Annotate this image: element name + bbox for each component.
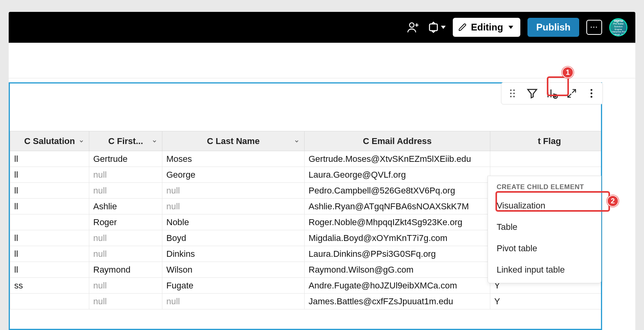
content-area: C SalutationC First...C Last NameC Email…	[9, 78, 635, 330]
avatar[interactable]: sigma Phil Ballai Solution Engine Enterp…	[609, 18, 627, 36]
chevron-down-icon	[79, 136, 84, 146]
cell-sal[interactable]: ll	[10, 230, 89, 246]
expand-icon[interactable]	[565, 86, 579, 101]
dropdown-header: CREATE CHILD ELEMENT	[488, 176, 601, 195]
cell-last[interactable]: null	[162, 183, 305, 199]
cell-last[interactable]: Noble	[162, 214, 305, 230]
svg-point-11	[591, 96, 593, 98]
cell-first[interactable]: Roger	[89, 214, 162, 230]
editing-label: Editing	[471, 22, 503, 33]
cell-last[interactable]: Boyd	[162, 230, 305, 246]
cell-sal[interactable]: ll	[10, 199, 89, 214]
cell-first[interactable]: Gertrude	[89, 151, 162, 167]
cell-last[interactable]: George	[162, 167, 305, 183]
svg-point-0	[410, 23, 414, 27]
cell-email[interactable]: Roger.Noble@MhpqqIZkt4Sg923Ke.org	[305, 214, 490, 230]
dropdown-item-pivot-table[interactable]: Pivot table	[488, 238, 601, 259]
top-bar: Editing Publish ··· sigma Phil Ballai So…	[9, 12, 635, 43]
dropdown-item-linked-input-table[interactable]: Linked input table	[488, 259, 601, 281]
cell-first[interactable]: null	[89, 294, 162, 309]
column-header-sal[interactable]: C Salutation	[10, 131, 89, 151]
cell-flag[interactable]	[490, 151, 601, 167]
cell-sal[interactable]	[10, 294, 89, 309]
cell-last[interactable]: Moses	[162, 151, 305, 167]
add-user-icon[interactable]	[406, 21, 420, 34]
cell-email[interactable]: Gertrude.Moses@XtvSKnEZm5lXEiib.edu	[305, 151, 490, 167]
cell-email[interactable]: Laura.Dinkins@PPsi3G0SFq.org	[305, 246, 490, 262]
comments-button[interactable]: ···	[586, 20, 602, 35]
cell-email[interactable]: James.Battles@cxfFZsJpuuat1m.edu	[305, 294, 490, 309]
cell-last[interactable]: Fugate	[162, 278, 305, 294]
svg-line-8	[568, 94, 571, 97]
cell-sal[interactable]: ll	[10, 151, 89, 167]
publish-button[interactable]: Publish	[527, 18, 579, 37]
cell-sal[interactable]: ll	[10, 262, 89, 278]
cell-first[interactable]: null	[89, 183, 162, 199]
element-toolbar	[501, 82, 603, 104]
editing-mode-button[interactable]: Editing	[453, 18, 520, 37]
cell-first[interactable]: Raymond	[89, 262, 162, 278]
cell-email[interactable]: Laura.George@QVLf.org	[305, 167, 490, 183]
column-header-first[interactable]: C First...	[89, 131, 162, 151]
cell-first[interactable]: Ashlie	[89, 199, 162, 214]
sub-bar	[9, 43, 635, 78]
column-header-email[interactable]: C Email Address	[305, 131, 490, 151]
chevron-down-icon	[441, 26, 446, 29]
svg-rect-3	[429, 24, 437, 31]
app-window: Editing Publish ··· sigma Phil Ballai So…	[9, 12, 635, 330]
create-child-element-icon[interactable]	[545, 86, 559, 101]
cell-email[interactable]: Raymond.Wilson@gG.com	[305, 262, 490, 278]
cell-sal[interactable]	[10, 214, 89, 230]
filter-icon[interactable]	[525, 86, 539, 101]
cell-last[interactable]: null	[162, 199, 305, 214]
cell-first[interactable]: null	[89, 230, 162, 246]
annotation-callout-2: 2	[607, 195, 619, 207]
cell-sal[interactable]: ll	[10, 167, 89, 183]
dropdown-item-visualization[interactable]: Visualization	[488, 195, 601, 216]
cell-last[interactable]: Wilson	[162, 262, 305, 278]
drag-handle-icon[interactable]	[505, 86, 520, 101]
cell-sal[interactable]: ss	[10, 278, 89, 294]
chevron-down-icon	[508, 26, 513, 29]
cell-first[interactable]: null	[89, 167, 162, 183]
cell-email[interactable]: Migdalia.Boyd@xOYmKnT7i7g.com	[305, 230, 490, 246]
cell-last[interactable]: Dinkins	[162, 246, 305, 262]
cell-sal[interactable]: ll	[10, 246, 89, 262]
chevron-down-icon	[152, 136, 157, 146]
svg-point-9	[591, 89, 593, 91]
cell-first[interactable]: null	[89, 278, 162, 294]
cell-last[interactable]: null	[162, 294, 305, 309]
chevron-down-icon	[294, 136, 299, 146]
column-header-last[interactable]: C Last Name	[162, 131, 305, 151]
create-child-dropdown: CREATE CHILD ELEMENT VisualizationTableP…	[488, 176, 601, 283]
svg-line-7	[572, 89, 576, 93]
dropdown-item-table[interactable]: Table	[488, 216, 601, 238]
cell-email[interactable]: Andre.Fugate@hoJZUl9eibXMCa.com	[305, 278, 490, 294]
cell-email[interactable]: Ashlie.Ryan@ATgqNFBA6sNOAXSkK7M	[305, 199, 490, 214]
cell-flag[interactable]: Y	[490, 294, 601, 309]
cell-email[interactable]: Pedro.Campbell@526Ge8tXV6Pq.org	[305, 183, 490, 199]
more-icon[interactable]	[584, 86, 599, 101]
annotation-callout-1: 1	[562, 66, 574, 78]
cell-first[interactable]: null	[89, 246, 162, 262]
table-row[interactable]: llGertrudeMosesGertrude.Moses@XtvSKnEZm5…	[10, 151, 601, 167]
column-header-flag[interactable]: t Flag	[490, 131, 601, 151]
refresh-dropdown[interactable]	[427, 21, 446, 34]
cell-sal[interactable]: ll	[10, 183, 89, 199]
svg-point-10	[591, 93, 593, 95]
table-row[interactable]: nullnullJames.Battles@cxfFZsJpuuat1m.edu…	[10, 294, 601, 309]
